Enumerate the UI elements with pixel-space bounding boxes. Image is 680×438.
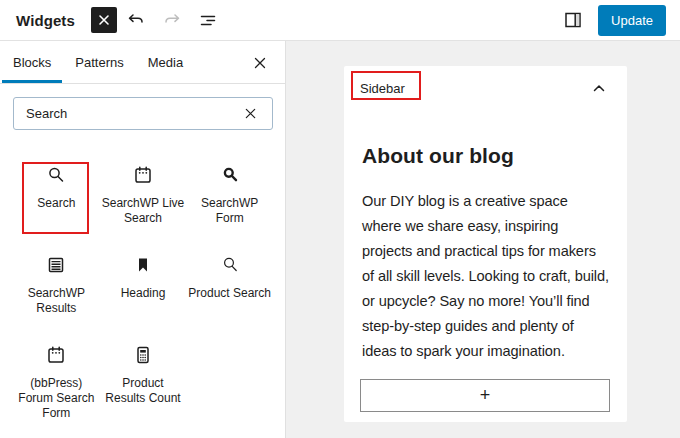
tab-blocks[interactable]: Blocks [2,41,62,83]
heading-icon [131,253,155,277]
searchwp-form-icon [218,163,242,187]
collapse-widget-area-button[interactable] [587,76,611,100]
block-item-heading[interactable]: Heading [100,240,187,330]
block-item-search[interactable]: Search [13,150,100,240]
searchwp-results-icon [44,253,68,277]
top-toolbar: Widgets Update [0,0,680,41]
add-block-appender-button[interactable]: + [360,379,610,412]
block-item-searchwp-live-search[interactable]: SearchWP Live Search [100,150,187,240]
redo-button[interactable] [155,3,189,37]
block-inserter-panel: Blocks Patterns Media Search Sea [0,41,286,438]
forum-search-icon [44,343,68,367]
sidebar-panel-icon [563,10,583,30]
close-icon [98,14,110,26]
tab-patterns[interactable]: Patterns [64,41,134,83]
block-label: Search [37,196,75,211]
block-label: Product Search [188,286,271,301]
chevron-up-icon [593,84,605,92]
list-view-icon [198,10,218,30]
widget-area-header[interactable]: Sidebar [344,66,627,110]
editor-canvas: Sidebar About our blog Our DIY blog is a… [286,41,680,438]
block-results-grid: Search SearchWP Live Search SearchWP For… [13,150,273,420]
clear-icon [244,107,257,120]
product-search-icon [218,253,242,277]
block-label: SearchWP Form [188,196,272,226]
tab-media[interactable]: Media [137,41,194,83]
block-label: Product Results Count [101,376,185,406]
block-search-field[interactable] [13,97,273,130]
update-button[interactable]: Update [598,5,666,36]
widget-area-content: About our blog Our DIY blog is a creativ… [362,144,610,364]
block-item-searchwp-results[interactable]: SearchWP Results [13,240,100,330]
block-item-product-search[interactable]: Product Search [186,240,273,330]
block-label: SearchWP Results [14,286,98,316]
widget-area-title: Sidebar [360,81,405,96]
list-view-button[interactable] [191,3,225,37]
close-icon [253,56,267,70]
undo-icon [126,10,146,30]
live-search-icon [131,163,155,187]
undo-button[interactable] [119,3,153,37]
settings-sidebar-toggle-button[interactable] [556,3,590,37]
search-clear-button[interactable] [238,102,262,126]
search-input[interactable] [26,106,238,121]
heading-block[interactable]: About our blog [362,144,610,168]
block-label: Heading [121,286,166,301]
results-count-icon [131,343,155,367]
search-icon [44,163,68,187]
paragraph-block[interactable]: Our DIY blog is a creative space where w… [362,189,610,364]
redo-icon [162,10,182,30]
block-item-searchwp-form[interactable]: SearchWP Form [186,150,273,240]
block-label: (bbPress) Forum Search Form [14,376,98,421]
close-inserter-button[interactable] [91,7,117,33]
inserter-tabs: Blocks Patterns Media [0,41,285,84]
block-label: SearchWP Live Search [101,196,185,226]
widget-area-sidebar: Sidebar About our blog Our DIY blog is a… [344,66,627,422]
block-item-product-results-count[interactable]: Product Results Count [100,330,187,420]
inserter-close-button[interactable] [245,48,275,78]
plus-icon: + [480,385,491,406]
block-item-bbpress-forum-search-form[interactable]: (bbPress) Forum Search Form [13,330,100,420]
page-title: Widgets [16,12,75,29]
